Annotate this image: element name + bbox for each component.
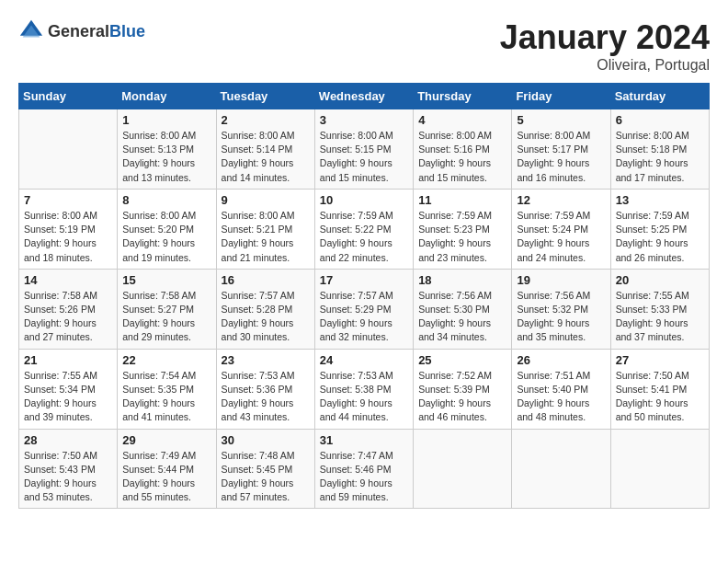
logo: GeneralBlue: [18, 18, 145, 44]
header-monday: Monday: [118, 84, 216, 109]
day-info: Sunrise: 8:00 AMSunset: 5:17 PMDaylight:…: [517, 129, 605, 185]
title-section: January 2024 Oliveira, Portugal: [500, 18, 710, 74]
page-header: GeneralBlue January 2024 Oliveira, Portu…: [18, 18, 710, 74]
day-number: 30: [222, 433, 310, 447]
day-info: Sunrise: 7:58 AMSunset: 5:27 PMDaylight:…: [122, 289, 210, 345]
day-number: 29: [122, 433, 210, 447]
calendar-cell-w1-d5: 12 Sunrise: 7:59 AMSunset: 5:24 PMDaylig…: [512, 189, 610, 269]
calendar-cell-w1-d4: 11 Sunrise: 7:59 AMSunset: 5:23 PMDaylig…: [414, 189, 512, 269]
calendar-cell-w0-d2: 2 Sunrise: 8:00 AMSunset: 5:14 PMDayligh…: [216, 109, 314, 190]
calendar-cell-w3-d3: 24 Sunrise: 7:53 AMSunset: 5:38 PMDaylig…: [314, 349, 413, 429]
day-info: Sunrise: 7:56 AMSunset: 5:32 PMDaylight:…: [517, 289, 605, 345]
day-info: Sunrise: 7:50 AMSunset: 5:41 PMDaylight:…: [616, 369, 704, 425]
day-info: Sunrise: 7:48 AMSunset: 5:45 PMDaylight:…: [222, 449, 310, 505]
header-tuesday: Tuesday: [216, 84, 314, 109]
day-number: 9: [222, 193, 310, 207]
day-number: 13: [616, 193, 704, 207]
day-number: 10: [320, 193, 408, 207]
day-info: Sunrise: 8:00 AMSunset: 5:20 PMDaylight:…: [122, 209, 210, 265]
calendar-cell-w4-d5: [512, 429, 610, 509]
day-number: 1: [122, 113, 210, 127]
calendar-cell-w4-d2: 30 Sunrise: 7:48 AMSunset: 5:45 PMDaylig…: [216, 429, 314, 509]
day-number: 21: [24, 353, 112, 367]
calendar-cell-w3-d1: 22 Sunrise: 7:54 AMSunset: 5:35 PMDaylig…: [118, 349, 216, 429]
day-info: Sunrise: 8:00 AMSunset: 5:15 PMDaylight:…: [320, 129, 408, 185]
calendar-cell-w2-d1: 15 Sunrise: 7:58 AMSunset: 5:27 PMDaylig…: [118, 269, 216, 349]
day-info: Sunrise: 7:58 AMSunset: 5:26 PMDaylight:…: [24, 289, 112, 345]
day-number: 20: [616, 273, 704, 287]
day-info: Sunrise: 7:59 AMSunset: 5:22 PMDaylight:…: [320, 209, 408, 265]
day-number: 27: [616, 353, 704, 367]
calendar-body: 1 Sunrise: 8:00 AMSunset: 5:13 PMDayligh…: [19, 109, 710, 509]
calendar-cell-w4-d3: 31 Sunrise: 7:47 AMSunset: 5:46 PMDaylig…: [314, 429, 413, 509]
day-info: Sunrise: 7:59 AMSunset: 5:23 PMDaylight:…: [418, 209, 506, 265]
calendar-cell-w2-d3: 17 Sunrise: 7:57 AMSunset: 5:29 PMDaylig…: [314, 269, 413, 349]
header-saturday: Saturday: [610, 84, 709, 109]
header-sunday: Sunday: [19, 84, 118, 109]
day-number: 16: [222, 273, 310, 287]
calendar-week-3: 21 Sunrise: 7:55 AMSunset: 5:34 PMDaylig…: [19, 349, 710, 429]
day-number: 26: [517, 353, 605, 367]
calendar-cell-w4-d1: 29 Sunrise: 7:49 AMSunset: 5:44 PMDaylig…: [118, 429, 216, 509]
day-number: 12: [517, 193, 605, 207]
header-wednesday: Wednesday: [314, 84, 413, 109]
day-info: Sunrise: 8:00 AMSunset: 5:16 PMDaylight:…: [418, 129, 506, 185]
day-number: 31: [320, 433, 408, 447]
header-row: Sunday Monday Tuesday Wednesday Thursday…: [19, 84, 710, 109]
calendar-week-2: 14 Sunrise: 7:58 AMSunset: 5:26 PMDaylig…: [19, 269, 710, 349]
day-info: Sunrise: 8:00 AMSunset: 5:13 PMDaylight:…: [122, 129, 210, 185]
calendar-cell-w4-d0: 28 Sunrise: 7:50 AMSunset: 5:43 PMDaylig…: [19, 429, 118, 509]
day-number: 22: [122, 353, 210, 367]
day-number: 6: [616, 113, 704, 127]
calendar-cell-w1-d0: 7 Sunrise: 8:00 AMSunset: 5:19 PMDayligh…: [19, 189, 118, 269]
calendar-week-1: 7 Sunrise: 8:00 AMSunset: 5:19 PMDayligh…: [19, 189, 710, 269]
calendar-header: Sunday Monday Tuesday Wednesday Thursday…: [19, 84, 710, 109]
calendar-cell-w2-d5: 19 Sunrise: 7:56 AMSunset: 5:32 PMDaylig…: [512, 269, 610, 349]
day-info: Sunrise: 7:59 AMSunset: 5:24 PMDaylight:…: [517, 209, 605, 265]
calendar-cell-w0-d6: 6 Sunrise: 8:00 AMSunset: 5:18 PMDayligh…: [610, 109, 709, 190]
day-number: 25: [418, 353, 506, 367]
day-info: Sunrise: 7:56 AMSunset: 5:30 PMDaylight:…: [418, 289, 506, 345]
day-number: 15: [122, 273, 210, 287]
calendar-week-4: 28 Sunrise: 7:50 AMSunset: 5:43 PMDaylig…: [19, 429, 710, 509]
calendar-cell-w4-d6: [610, 429, 709, 509]
calendar-cell-w1-d2: 9 Sunrise: 8:00 AMSunset: 5:21 PMDayligh…: [216, 189, 314, 269]
day-info: Sunrise: 8:00 AMSunset: 5:19 PMDaylight:…: [24, 209, 112, 265]
day-info: Sunrise: 8:00 AMSunset: 5:18 PMDaylight:…: [616, 129, 704, 185]
day-number: 23: [222, 353, 310, 367]
calendar-cell-w0-d3: 3 Sunrise: 8:00 AMSunset: 5:15 PMDayligh…: [314, 109, 413, 190]
calendar-cell-w3-d4: 25 Sunrise: 7:52 AMSunset: 5:39 PMDaylig…: [414, 349, 512, 429]
day-number: 5: [517, 113, 605, 127]
day-info: Sunrise: 7:55 AMSunset: 5:33 PMDaylight:…: [616, 289, 704, 345]
day-info: Sunrise: 8:00 AMSunset: 5:21 PMDaylight:…: [222, 209, 310, 265]
calendar-cell-w3-d6: 27 Sunrise: 7:50 AMSunset: 5:41 PMDaylig…: [610, 349, 709, 429]
logo-blue: Blue: [109, 22, 145, 40]
day-number: 19: [517, 273, 605, 287]
location-title: Oliveira, Portugal: [500, 57, 710, 74]
logo-text: GeneralBlue: [48, 22, 145, 41]
calendar-cell-w2-d0: 14 Sunrise: 7:58 AMSunset: 5:26 PMDaylig…: [19, 269, 118, 349]
calendar-week-0: 1 Sunrise: 8:00 AMSunset: 5:13 PMDayligh…: [19, 109, 710, 190]
calendar-cell-w2-d6: 20 Sunrise: 7:55 AMSunset: 5:33 PMDaylig…: [610, 269, 709, 349]
calendar-cell-w1-d6: 13 Sunrise: 7:59 AMSunset: 5:25 PMDaylig…: [610, 189, 709, 269]
day-number: 24: [320, 353, 408, 367]
calendar-cell-w0-d4: 4 Sunrise: 8:00 AMSunset: 5:16 PMDayligh…: [414, 109, 512, 190]
day-info: Sunrise: 7:47 AMSunset: 5:46 PMDaylight:…: [320, 449, 408, 505]
calendar-cell-w2-d4: 18 Sunrise: 7:56 AMSunset: 5:30 PMDaylig…: [414, 269, 512, 349]
header-friday: Friday: [512, 84, 610, 109]
day-info: Sunrise: 7:50 AMSunset: 5:43 PMDaylight:…: [24, 449, 112, 505]
day-info: Sunrise: 7:55 AMSunset: 5:34 PMDaylight:…: [24, 369, 112, 425]
calendar-cell-w2-d2: 16 Sunrise: 7:57 AMSunset: 5:28 PMDaylig…: [216, 269, 314, 349]
calendar-table: Sunday Monday Tuesday Wednesday Thursday…: [18, 83, 710, 509]
day-info: Sunrise: 7:57 AMSunset: 5:28 PMDaylight:…: [222, 289, 310, 345]
calendar-cell-w3-d2: 23 Sunrise: 7:53 AMSunset: 5:36 PMDaylig…: [216, 349, 314, 429]
day-info: Sunrise: 7:51 AMSunset: 5:40 PMDaylight:…: [517, 369, 605, 425]
day-number: 3: [320, 113, 408, 127]
day-info: Sunrise: 7:53 AMSunset: 5:38 PMDaylight:…: [320, 369, 408, 425]
day-info: Sunrise: 7:49 AMSunset: 5:44 PMDaylight:…: [122, 449, 210, 505]
calendar-cell-w1-d3: 10 Sunrise: 7:59 AMSunset: 5:22 PMDaylig…: [314, 189, 413, 269]
logo-general: General: [48, 22, 109, 40]
calendar-cell-w0-d1: 1 Sunrise: 8:00 AMSunset: 5:13 PMDayligh…: [118, 109, 216, 190]
day-info: Sunrise: 7:57 AMSunset: 5:29 PMDaylight:…: [320, 289, 408, 345]
calendar-cell-w3-d5: 26 Sunrise: 7:51 AMSunset: 5:40 PMDaylig…: [512, 349, 610, 429]
